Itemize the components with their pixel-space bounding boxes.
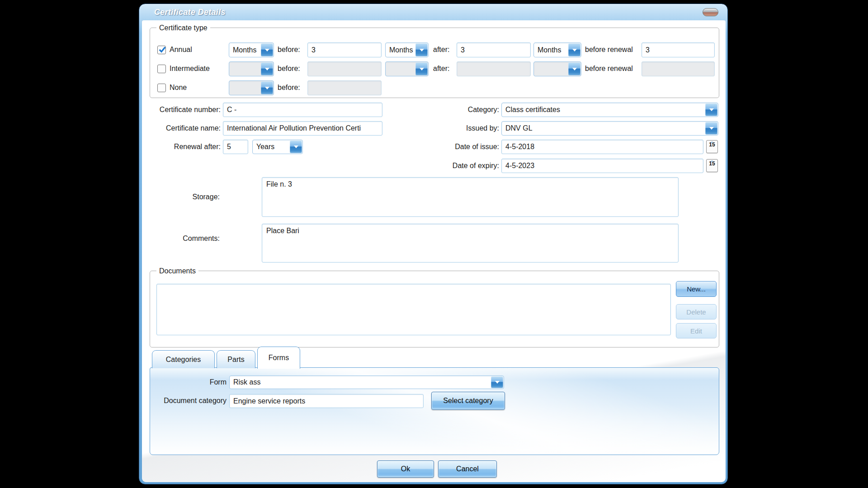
chevron-down-icon <box>705 122 717 135</box>
intermediate-label: Intermediate <box>170 61 210 76</box>
renewal-after-label: Renewal after: <box>142 140 221 154</box>
chevron-down-icon <box>290 141 302 153</box>
new-document-button[interactable]: New... <box>676 281 717 297</box>
annual-unit-after-dropdown[interactable]: Months <box>385 42 429 57</box>
document-category-input[interactable] <box>229 394 424 408</box>
date-of-expiry-input[interactable] <box>501 159 703 173</box>
storage-textarea[interactable]: File n. 3 <box>262 177 679 217</box>
certificate-name-input[interactable] <box>223 121 382 136</box>
annual-before-renewal-label: before renewal <box>585 42 633 57</box>
select-category-button[interactable]: Select category <box>431 392 505 410</box>
chevron-down-icon <box>568 62 580 75</box>
intermediate-before-input <box>307 61 382 76</box>
category-label: Category: <box>395 103 499 117</box>
dialog-content: Certificate type Annual Months before: M… <box>142 20 726 482</box>
delete-document-button: Delete <box>676 304 717 319</box>
chevron-down-icon <box>568 43 580 56</box>
tab-parts[interactable]: Parts <box>217 350 255 368</box>
intermediate-before-label: before: <box>278 61 300 76</box>
tab-forms[interactable]: Forms <box>257 347 300 369</box>
date-of-expiry-calendar-button[interactable]: 15 <box>706 159 718 172</box>
comments-textarea[interactable]: Place Bari <box>262 224 679 263</box>
annual-checkbox[interactable] <box>157 46 166 54</box>
annual-before-renewal-input[interactable] <box>642 42 715 57</box>
intermediate-unit-after-dropdown[interactable] <box>385 61 429 76</box>
certificate-number-input[interactable] <box>223 103 382 117</box>
form-dropdown[interactable]: Risk ass <box>229 375 504 389</box>
issued-by-label: Issued by: <box>395 121 499 136</box>
renewal-unit-dropdown[interactable]: Years <box>252 140 303 154</box>
intermediate-before-renewal-label: before renewal <box>585 61 633 76</box>
chevron-down-icon <box>261 81 273 94</box>
form-label: Form <box>142 375 226 389</box>
none-unit-before-dropdown[interactable] <box>229 80 274 95</box>
tab-categories[interactable]: Categories <box>152 350 215 368</box>
date-of-expiry-label: Date of expiry: <box>395 159 499 173</box>
annual-unit-renewal-dropdown[interactable]: Months <box>533 42 581 57</box>
chevron-down-icon <box>415 62 428 75</box>
edit-document-button: Edit <box>676 323 717 338</box>
window-title: Certificate Details <box>154 4 226 21</box>
certificate-type-group-label: Certificate type <box>156 23 210 33</box>
certificate-name-label: Certificate name: <box>142 121 221 136</box>
chevron-down-icon <box>415 43 428 56</box>
issued-by-dropdown[interactable]: DNV GL <box>501 121 718 136</box>
comments-label: Comments: <box>142 231 220 246</box>
chevron-down-icon <box>261 43 273 56</box>
date-of-issue-label: Date of issue: <box>395 140 499 154</box>
intermediate-unit-before-dropdown[interactable] <box>229 61 274 76</box>
annual-before-label: before: <box>278 42 300 57</box>
intermediate-after-label: after: <box>433 61 449 76</box>
none-label: None <box>170 80 187 95</box>
chevron-down-icon <box>705 103 717 116</box>
renewal-after-input[interactable] <box>223 140 248 154</box>
annual-label: Annual <box>170 42 192 57</box>
none-before-label: before: <box>278 80 300 95</box>
document-category-label: Document category <box>142 394 226 408</box>
ok-button[interactable]: Ok <box>377 460 434 478</box>
intermediate-after-input <box>457 61 531 76</box>
documents-group-label: Documents <box>156 266 198 276</box>
annual-unit-before-dropdown[interactable]: Months <box>229 42 274 57</box>
annual-after-input[interactable] <box>457 42 531 57</box>
chevron-down-icon <box>261 62 273 75</box>
none-before-input <box>307 80 382 95</box>
documents-list[interactable] <box>156 284 671 335</box>
chevron-down-icon <box>491 376 503 388</box>
intermediate-unit-renewal-dropdown[interactable] <box>533 61 581 76</box>
checkmark-icon <box>158 45 167 54</box>
storage-label: Storage: <box>142 190 220 204</box>
date-of-issue-calendar-button[interactable]: 15 <box>706 140 718 153</box>
cancel-button[interactable]: Cancel <box>438 460 497 478</box>
title-bar[interactable]: Certificate Details <box>139 4 727 20</box>
date-of-issue-input[interactable] <box>501 140 703 154</box>
certificate-details-dialog: Certificate Details Certificate type Ann… <box>139 4 728 484</box>
window-control-button[interactable] <box>703 8 718 16</box>
intermediate-before-renewal-input <box>642 61 715 76</box>
annual-before-input[interactable] <box>307 42 382 57</box>
none-checkbox[interactable] <box>157 84 166 92</box>
category-dropdown[interactable]: Class certificates <box>501 103 718 117</box>
intermediate-checkbox[interactable] <box>157 65 166 73</box>
annual-after-label: after: <box>433 42 449 57</box>
certificate-number-label: Certificate number: <box>142 103 221 117</box>
